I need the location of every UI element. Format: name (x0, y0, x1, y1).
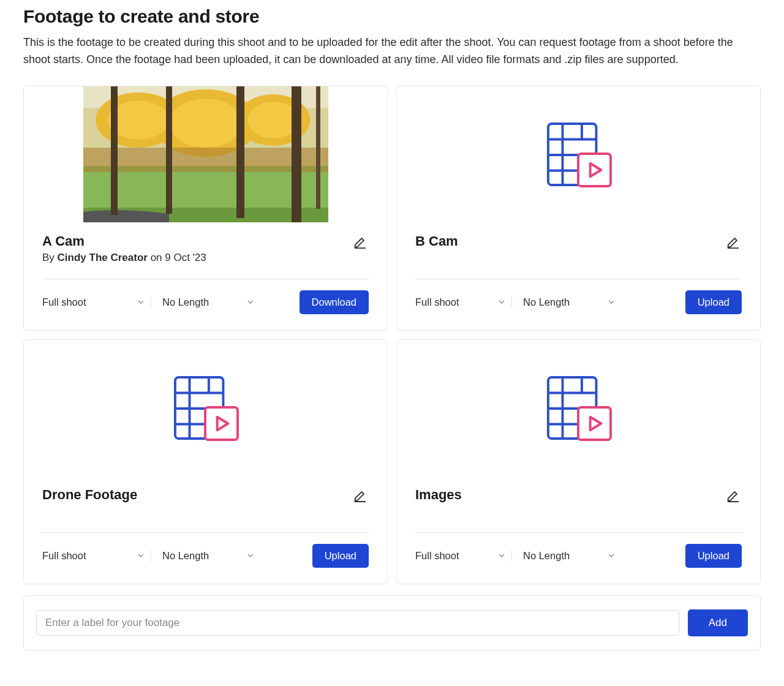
footage-placeholder (397, 86, 760, 222)
edit-button[interactable] (725, 487, 742, 504)
chevron-down-icon (136, 551, 146, 560)
chevron-down-icon (246, 297, 255, 307)
chevron-down-icon (606, 297, 616, 307)
chevron-down-icon (246, 551, 255, 560)
footage-placeholder (24, 340, 387, 476)
upload-button[interactable]: Upload (685, 290, 742, 314)
upload-button[interactable]: Upload (685, 544, 742, 568)
upload-button[interactable]: Upload (312, 544, 369, 568)
divider (42, 532, 369, 533)
pencil-icon (726, 235, 741, 249)
svg-rect-23 (578, 154, 611, 186)
footage-card-b-cam: B Cam Full shoot No Length (396, 86, 761, 331)
chevron-down-icon (606, 551, 616, 560)
footage-placeholder (397, 340, 760, 476)
divider (415, 279, 742, 279)
svg-rect-14 (292, 86, 301, 222)
svg-rect-12 (166, 86, 172, 214)
add-footage-row: Add (23, 595, 761, 650)
chevron-down-icon (497, 297, 507, 307)
card-title: Images (415, 487, 462, 503)
shoot-select[interactable]: Full shoot (415, 550, 512, 562)
card-title: B Cam (415, 233, 458, 249)
download-button[interactable]: Download (300, 290, 369, 314)
svg-rect-11 (111, 86, 118, 215)
svg-rect-32 (205, 407, 238, 440)
footage-card-drone: Drone Footage Full shoot No Length (23, 339, 388, 584)
svg-point-9 (247, 102, 299, 138)
chevron-down-icon (497, 551, 507, 560)
chevron-down-icon (136, 297, 146, 307)
pencil-icon (353, 488, 368, 503)
svg-rect-15 (316, 86, 320, 209)
edit-button[interactable] (352, 233, 369, 251)
card-title: A Cam (42, 233, 206, 249)
footage-card-a-cam: A Cam By Cindy The Creator on 9 Oct '23 … (23, 86, 388, 331)
thumbnail-image (83, 86, 328, 222)
page-title: Footage to create and store (23, 6, 761, 27)
edit-button[interactable] (725, 233, 742, 251)
card-title: Drone Footage (42, 487, 137, 503)
pencil-icon (726, 488, 741, 503)
divider (42, 279, 369, 279)
add-button[interactable]: Add (688, 609, 748, 636)
length-select[interactable]: No Length (151, 296, 260, 308)
length-select[interactable]: No Length (151, 550, 260, 562)
footage-card-images: Images Full shoot No Length (396, 339, 761, 584)
film-play-icon (173, 375, 239, 441)
svg-point-8 (169, 99, 243, 148)
pencil-icon (353, 235, 368, 249)
shoot-select[interactable]: Full shoot (415, 296, 512, 308)
footage-thumbnail (24, 86, 387, 222)
svg-rect-13 (236, 86, 244, 218)
svg-rect-41 (578, 407, 611, 440)
length-select[interactable]: No Length (512, 296, 621, 308)
divider (415, 532, 742, 533)
shoot-select[interactable]: Full shoot (42, 296, 151, 308)
footage-label-input[interactable] (36, 610, 679, 636)
film-play-icon (546, 375, 612, 441)
page-description: This is the footage to be created during… (23, 34, 761, 69)
film-play-icon (546, 121, 612, 187)
length-select[interactable]: No Length (512, 550, 621, 562)
footage-grid: A Cam By Cindy The Creator on 9 Oct '23 … (23, 86, 761, 584)
card-byline: By Cindy The Creator on 9 Oct '23 (42, 252, 206, 264)
edit-button[interactable] (352, 487, 369, 504)
shoot-select[interactable]: Full shoot (42, 550, 151, 562)
